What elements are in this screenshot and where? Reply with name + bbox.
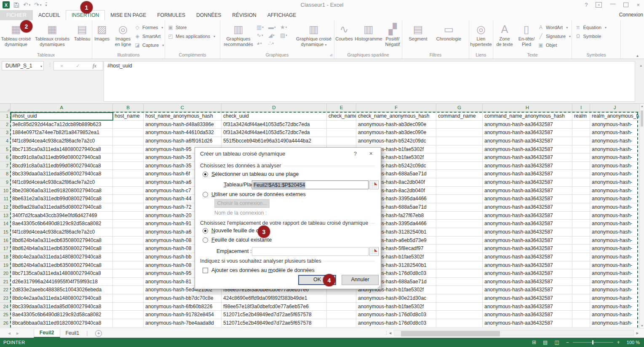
row-header-4[interactable]: 4 [0,137,11,145]
cell-B21[interactable] [113,278,144,286]
cell-D2[interactable]: 0f31a3424df44ae41053d5c72dbc7eda [222,121,327,129]
column-header-D[interactable]: D [222,104,327,112]
cell-I23[interactable] [572,294,590,303]
cell-J23[interactable]: anonymous-hash- [590,294,639,303]
ribbon-button-wordart[interactable]: AWordArt▾ [538,24,571,30]
tab-accueil[interactable]: ACCUEIL [33,10,66,20]
row-header-19[interactable]: 19 [0,261,11,270]
ribbon-button-recommended-charts[interactable]: ▥Graphiquesrecommandés [221,21,256,51]
cell-A4[interactable]: f4f1c89d4cea4c938ca2f86acfe7a2c0 [11,137,113,145]
insert-function-icon[interactable]: fx [93,62,96,69]
cell-C25[interactable]: anonymous-hash-91782e8454 [144,311,222,319]
cell-B1[interactable]: host_name [113,112,144,121]
cell-H20[interactable]: anonymous-hash-aa36432587 [483,269,572,278]
cell-H6[interactable]: anonymous-hash-aa36432587 [483,153,572,162]
cell-B11[interactable] [113,195,144,203]
cell-G7[interactable] [436,162,483,170]
cell-A18[interactable]: 8bdc4e2aa0a311eda148080027940ca8 [11,253,113,261]
zoom-slider-thumb[interactable] [592,340,593,344]
cell-I20[interactable] [572,269,590,278]
row-header-20[interactable]: 20 [0,269,11,278]
row-header-14[interactable]: 14 [0,220,11,228]
select-all-button[interactable]: ◢ [0,104,11,112]
scroll-left-icon[interactable]: ◄ [388,331,392,335]
cell-C1[interactable]: host_name_anonymous_hash [144,112,222,121]
cell-H18[interactable]: anonymous-hash-aa36432587 [483,253,572,261]
radio-selected-icon[interactable] [203,228,208,234]
zoom-slider[interactable] [573,342,613,343]
cell-H17[interactable]: anonymous-hash-aa36432587 [483,245,572,253]
tab-formules[interactable]: FORMULES [152,10,191,20]
cell-J22[interactable]: anonymous-hash- [590,286,639,294]
cell-G1[interactable]: command_name [436,112,483,121]
cell-A11[interactable]: 8be631e2a0a311edb99d080027940ca8 [11,195,113,203]
ribbon-button-shapes[interactable]: ◇Formes▾ [134,24,165,30]
resize-grip-icon[interactable]: ◢ [377,285,380,289]
page-layout-view-icon[interactable]: ▤ [543,339,548,345]
cell-G8[interactable] [436,170,483,178]
cell-I17[interactable] [572,245,590,253]
cell-J12[interactable]: anonymous-hash- [590,203,639,212]
cell-A22[interactable]: 2d833e2aeebc488385c10043026ebeda [11,286,113,294]
ribbon-button-timeline[interactable]: ▭Chronologie [432,21,466,51]
enter-entry-icon[interactable]: ✓ [76,63,80,69]
cell-J25[interactable]: anonymous-hash- [590,311,639,319]
cell-G16[interactable] [436,237,483,245]
cell-J10[interactable]: anonymous-hash- [590,187,639,195]
ribbon-button-signature-line[interactable]: ╱Signature▾ [538,33,571,39]
ribbon-button-screenshot[interactable]: ◪Capture▾ [134,42,165,48]
sign-in-link[interactable]: Connexion [619,12,643,18]
cell-B22[interactable] [113,286,144,294]
name-box-dropdown-icon[interactable]: ▾ [40,65,42,68]
ribbon-button-column-chart[interactable]: ▥▾ [257,24,267,30]
cell-G19[interactable] [436,261,483,270]
collapse-formula-bar-icon[interactable]: ▴ [640,63,642,67]
cell-A2[interactable]: 3e8c85d292d44ac7a12dcb89b889b623 [11,121,113,129]
cell-I9[interactable] [572,178,590,187]
cell-A12[interactable]: 8bd9ad28a0a311eda85d080027940ca8 [11,203,113,212]
cell-G6[interactable] [436,153,483,162]
ribbon-display-options-icon[interactable]: ▴ [596,2,602,8]
cell-B23[interactable] [113,294,144,303]
cancel-entry-icon[interactable]: × [60,63,64,69]
ribbon-button-line-chart[interactable]: ∿▾ [257,32,267,38]
column-header-F[interactable]: F [356,104,436,112]
ribbon-button-sparkline-winloss[interactable]: ▞Positif/Négatif [383,21,402,51]
cell-E25[interactable] [327,311,356,319]
cell-H15[interactable]: anonymous-hash-aa36432587 [483,228,572,237]
cancel-button[interactable]: Annuler [342,275,379,285]
vertical-scrollbar-thumb[interactable] [641,110,643,126]
cell-C24[interactable]: anonymous-hash-6fb60b8226 [144,303,222,311]
dialog-launcher-icon[interactable]: ⊿ [329,53,333,57]
cell-A9[interactable]: f4f1c89d4cea4c938ca2f86acfe7a2c0 [11,178,113,187]
column-header-B[interactable]: B [113,104,144,112]
row-header-25[interactable]: 25 [0,311,11,319]
cell-J3[interactable]: anonymous-hash- [590,129,639,137]
cell-G2[interactable] [436,121,483,129]
cell-G25[interactable] [436,311,483,319]
cell-B6[interactable] [113,153,144,162]
cell-H25[interactable]: anonymous-hash-aa36432587 [483,311,572,319]
table-range-input[interactable]: Feuil2!$A$1:$P$20454 [252,180,369,189]
cell-J19[interactable]: anonymous-hash- [590,261,639,270]
tab-revision[interactable]: RÉVISION [227,10,262,20]
cell-A3[interactable]: 1884e097f2a74ee7b82f1a8479852ea1 [11,129,113,137]
ribbon-button-table[interactable]: ▤Tableau [72,21,92,51]
cell-B15[interactable] [113,228,144,237]
new-sheet-button[interactable]: + [95,330,102,337]
radio-select-table-or-range[interactable]: Sélectionner un tableau ou une plage [203,171,299,177]
cell-B14[interactable] [113,220,144,228]
cell-B3[interactable] [113,129,144,137]
ribbon-button-bar-chart[interactable]: ▬▾ [268,24,279,30]
cell-E1[interactable]: check_name [327,112,356,121]
ribbon-button-area-chart[interactable]: ◢▾ [268,32,279,38]
ribbon-button-recommended-pivot-tables[interactable]: ▦Tableaux croisésdynamiques [32,21,72,51]
zoom-out-icon[interactable]: − [566,339,569,345]
cell-H11[interactable]: anonymous-hash-aa36432587 [483,195,572,203]
cell-D25[interactable]: 512071c5e2b49849ed7d72ae5f657578 [222,311,327,319]
row-header-1[interactable]: 1 [0,112,11,121]
cell-E3[interactable] [327,129,356,137]
cell-H5[interactable]: anonymous-hash-aa36432587 [483,145,572,154]
cell-D26[interactable]: 512071c5e2b49849ed7d72ae5f657578 [222,319,327,328]
ribbon-button-sparkline-column[interactable]: ▥Histogramme [354,21,383,51]
